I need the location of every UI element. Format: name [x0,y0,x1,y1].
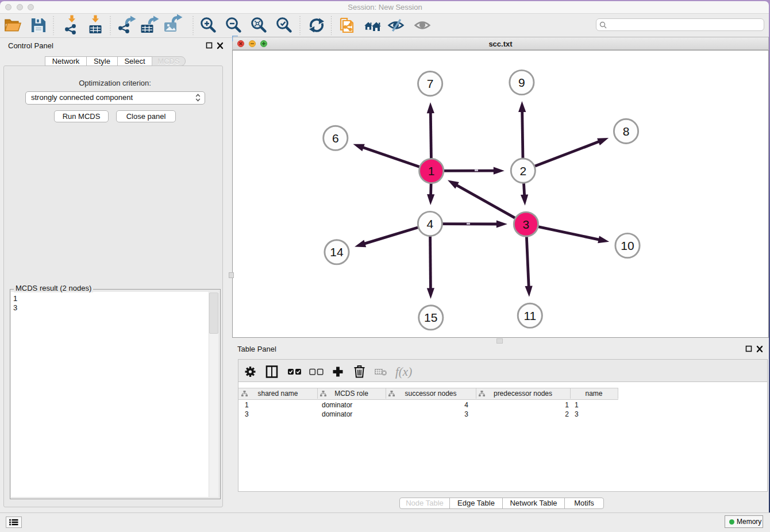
svg-text:4: 4 [427,217,434,230]
svg-text:f(x): f(x) [395,365,412,379]
svg-text:14: 14 [330,245,344,259]
svg-text:1: 1 [428,164,435,178]
svg-text:6: 6 [332,132,339,145]
svg-text:10: 10 [621,239,634,252]
svg-text:3: 3 [523,218,530,231]
svg-text:7: 7 [427,77,434,90]
svg-text:2: 2 [519,164,526,178]
svg-text:9: 9 [518,76,525,89]
svg-text:15: 15 [424,311,437,324]
svg-text:8: 8 [623,125,630,138]
svg-text:11: 11 [523,309,536,322]
